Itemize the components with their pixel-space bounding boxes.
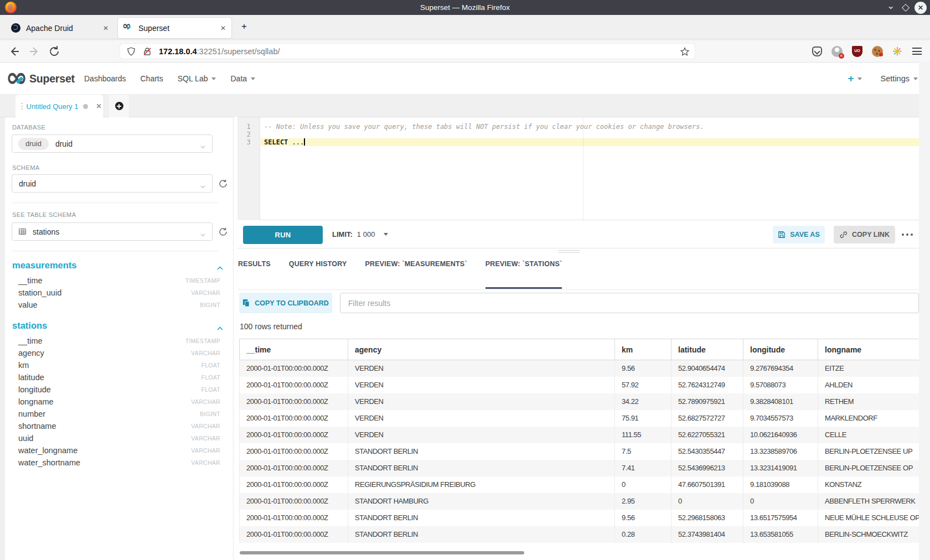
table-cell: 0.28: [615, 526, 671, 543]
url-text[interactable]: 172.18.0.4:32251/superset/sqllab/: [159, 47, 280, 56]
shield-icon[interactable]: [127, 47, 136, 56]
nav-item-label: Dashboards: [84, 74, 126, 83]
schema-table-header[interactable]: stations: [12, 320, 225, 333]
unsaved-indicator-dot: [83, 104, 88, 109]
table-cell: 52.5430355447: [671, 443, 743, 460]
nav-item-label: SQL Lab: [178, 74, 208, 83]
table-cell: 52.5436996213: [671, 460, 743, 476]
editor-gutter: 1 2 3: [237, 117, 260, 220]
results-tab-results[interactable]: RESULTS: [238, 260, 271, 289]
nav-item-sql-lab[interactable]: SQL Lab: [178, 74, 216, 83]
copy-to-clipboard-button[interactable]: COPY TO CLIPBOARD: [239, 293, 332, 313]
extension-asterisk-icon[interactable]: ✳: [892, 46, 903, 57]
limit-dropdown[interactable]: LIMIT: 1 000: [332, 220, 388, 248]
table-cell: 2000-01-01T00:00:00.000Z: [240, 476, 348, 493]
results-tab-preview-measurements[interactable]: PREVIEW: `MEASUREMENTS`: [365, 260, 467, 289]
account-extension-icon[interactable]: [831, 46, 843, 57]
browser-tab-superset[interactable]: ∞Superset✕: [118, 18, 231, 38]
browser-scrollbar-track[interactable]: [919, 61, 930, 560]
horizontal-scrollbar[interactable]: [240, 551, 524, 554]
results-tab-query-history[interactable]: QUERY HISTORY: [289, 260, 347, 289]
chevron-up-icon[interactable]: [217, 263, 223, 273]
bookmark-star-icon[interactable]: [680, 47, 689, 56]
table-cell: 13.3231419091: [743, 460, 818, 476]
ublock-icon[interactable]: UO: [852, 46, 862, 57]
schema-select[interactable]: druid: [12, 174, 213, 193]
database-select[interactable]: druid druid: [12, 134, 213, 153]
new-tab-button[interactable]: +: [240, 22, 249, 31]
pane-resize-handle[interactable]: [558, 250, 580, 255]
url-bar[interactable]: 172.18.0.4:32251/superset/sqllab/: [120, 44, 695, 59]
schema-column-row: agencyVARCHAR: [18, 348, 220, 360]
back-button[interactable]: [8, 45, 21, 58]
query-tabstrip: Untitled Query 1 ✕: [0, 95, 930, 117]
schema-refresh-icon[interactable]: [218, 179, 228, 189]
table-cell: 2000-01-01T00:00:00.000Z: [240, 410, 348, 427]
cookie-extension-icon[interactable]: [872, 46, 883, 57]
schema-column-row: latitudeFLOAT: [18, 372, 220, 385]
table-cell: STANDORT HAMBURG: [348, 493, 615, 510]
schema-table-header[interactable]: measurements: [12, 260, 225, 272]
chevron-up-icon[interactable]: [217, 323, 223, 333]
reload-button[interactable]: [48, 45, 61, 58]
more-options-button[interactable]: [902, 230, 915, 239]
copy-link-button[interactable]: COPY LINK: [834, 226, 895, 243]
table-cell: STANDORT BERLIN: [348, 443, 615, 460]
superset-logo[interactable]: ∞ Superset: [6, 68, 78, 90]
superset-logo-icon: ∞: [6, 61, 28, 92]
pocket-icon[interactable]: [812, 46, 822, 56]
insecure-lock-icon[interactable]: [143, 47, 152, 56]
table-cell: 52.2968158063: [671, 510, 743, 526]
filter-results-input[interactable]: [340, 293, 919, 313]
column-type: BIGINT: [200, 302, 220, 308]
new-item-button[interactable]: +: [848, 72, 861, 85]
window-close-icon[interactable]: ✕: [914, 2, 927, 14]
column-type: FLOAT: [201, 386, 220, 393]
table-cell: 13.6517575954: [743, 510, 818, 526]
browser-tab-label: Superset: [138, 24, 199, 33]
table-cell: 57.92: [615, 377, 671, 393]
browser-tab-label: Apache Druid: [26, 24, 82, 33]
tab-close-icon[interactable]: ✕: [103, 24, 108, 32]
window-titlebar: Superset — Mozilla Firefox ⌄ ✕: [0, 0, 930, 15]
table-refresh-icon[interactable]: [218, 227, 228, 237]
tab-close-icon[interactable]: ✕: [220, 24, 226, 32]
table-cell: 13.3238589706: [743, 443, 818, 460]
column-type: TIMESTAMP: [185, 338, 220, 344]
table-cell: 9.7034557573: [743, 410, 818, 427]
table-cell: VERDEN: [348, 377, 615, 393]
browser-tab-apache-druid[interactable]: Apache Druid✕: [6, 18, 114, 38]
database-label: DATABASE: [12, 124, 45, 131]
table-row: 2000-01-01T00:00:00.000ZVERDEN57.9252.76…: [240, 377, 919, 393]
table-cell: KONSTANZ: [818, 476, 919, 493]
column-name: value: [18, 300, 38, 309]
hamburger-menu-icon[interactable]: [912, 48, 922, 55]
column-type: VARCHAR: [191, 435, 220, 442]
run-button[interactable]: RUN: [243, 226, 323, 244]
rows-returned-text: 100 rows returned: [240, 322, 302, 331]
nav-item-charts[interactable]: Charts: [141, 74, 163, 83]
caret-down-icon: [251, 77, 255, 80]
drag-handle-icon[interactable]: [21, 103, 23, 105]
table-cell: VERDEN: [348, 393, 615, 410]
nav-item-data[interactable]: Data: [230, 74, 255, 83]
query-tab-close-icon[interactable]: ✕: [96, 102, 101, 110]
schema-column-row: uuidVARCHAR: [18, 433, 220, 445]
query-tab[interactable]: Untitled Query 1 ✕: [16, 95, 103, 118]
table-row: 2000-01-01T00:00:00.000ZVERDEN9.5652.904…: [240, 360, 919, 377]
settings-menu[interactable]: Settings: [881, 74, 918, 83]
table-cell: STANDORT BERLIN: [348, 460, 615, 476]
forward-button[interactable]: [28, 45, 41, 58]
schema-table-name: measurements: [12, 260, 76, 270]
druid-favicon: [11, 23, 20, 33]
window-minimize-icon[interactable]: ⌄: [886, 2, 896, 12]
column-name: shortname: [18, 422, 56, 431]
sql-editor[interactable]: 1 2 3 -- Note: Unless you save your quer…: [237, 117, 919, 220]
results-tab-preview-stations[interactable]: PREVIEW: `STATIONS`: [485, 260, 562, 289]
save-as-button[interactable]: SAVE AS: [773, 226, 825, 243]
add-query-tab-button[interactable]: [109, 95, 129, 117]
table-select[interactable]: stations: [12, 222, 213, 241]
schema-column-row: water_longnameVARCHAR: [18, 445, 220, 458]
table-cell: 2000-01-01T00:00:00.000Z: [240, 427, 348, 443]
nav-item-dashboards[interactable]: Dashboards: [84, 74, 126, 83]
